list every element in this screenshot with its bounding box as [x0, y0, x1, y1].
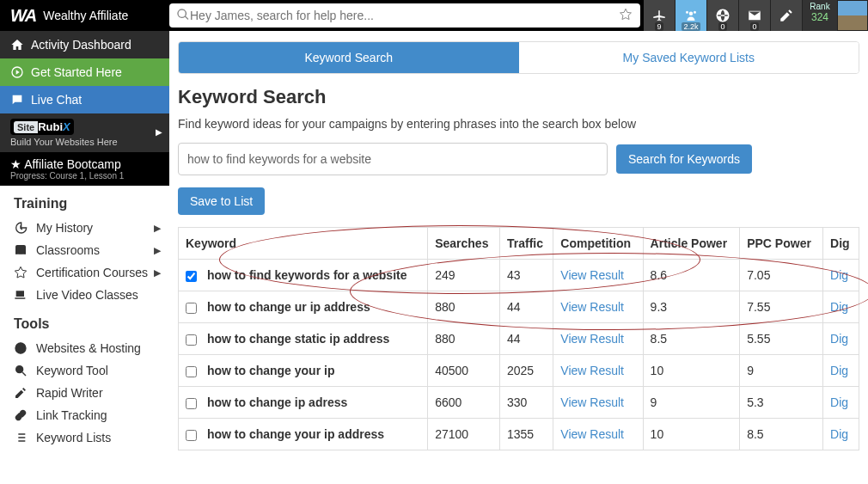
sidebar-item-live-chat[interactable]: Live Chat — [0, 86, 169, 113]
page-title: Keyword Search — [178, 86, 859, 108]
searches-cell: 40500 — [428, 355, 500, 387]
sidebar-item-label: Keyword Tool — [36, 364, 108, 377]
dig-link[interactable]: Dig — [830, 395, 848, 409]
searches-cell: 880 — [428, 323, 500, 355]
keyword-cell: how to find keywords for a website — [207, 268, 407, 282]
view-result-link[interactable]: View Result — [560, 364, 624, 377]
tab-keyword-search[interactable]: Keyword Search — [179, 42, 519, 73]
searches-cell: 27100 — [428, 419, 500, 450]
sidebar-item-label: My History — [36, 221, 93, 235]
keyword-cell: how to change your ip — [207, 364, 335, 377]
sidebar-item-label: Keyword Lists — [36, 431, 111, 444]
sidebar-link-my-history[interactable]: My History▶ — [0, 217, 169, 239]
article-power-cell: 10 — [643, 355, 740, 387]
siterubix-subtitle: Build Your Websites Here — [10, 137, 159, 147]
pen-icon[interactable] — [771, 0, 803, 31]
table-row: how to change ip adress6600330View Resul… — [179, 387, 859, 419]
view-result-link[interactable]: View Result — [560, 395, 624, 409]
sidebar-item-label: Classrooms — [36, 243, 100, 257]
col-traffic: Traffic — [499, 228, 553, 260]
brand-name: Wealthy Affiliate — [43, 9, 128, 22]
sidebar-link-keyword-lists[interactable]: Keyword Lists — [0, 426, 169, 449]
airplane-badge: 9 — [655, 22, 663, 31]
tabs: Keyword Search My Saved Keyword Lists — [178, 41, 859, 74]
sidebar-link-rapid-writer[interactable]: Rapid Writer — [0, 382, 169, 404]
sidebar-link-classrooms[interactable]: Classrooms▶ — [0, 239, 169, 261]
logo-mark: WA — [10, 6, 36, 26]
menu-icon — [14, 431, 28, 444]
dig-link[interactable]: Dig — [830, 300, 848, 314]
sidebar-item-label: Get Started Here — [31, 65, 122, 79]
avatar[interactable] — [837, 0, 868, 31]
chevron-right-icon: ▶ — [154, 245, 161, 256]
search-keywords-button[interactable]: Search for Keywords — [616, 144, 752, 174]
row-checkbox[interactable] — [186, 303, 197, 314]
keyword-cell: how to change ur ip address — [207, 300, 370, 314]
col-competition: Competition — [553, 228, 643, 260]
globe-icon[interactable]: 0 — [707, 0, 739, 31]
view-result-link[interactable]: View Result — [560, 300, 624, 314]
sidebar-item-siterubix[interactable]: SiteRubiX Build Your Websites Here ▶ — [0, 113, 169, 152]
global-search-input[interactable] — [190, 9, 618, 22]
table-row: how to find keywords for a website24943V… — [179, 260, 859, 291]
col-keyword: Keyword — [179, 228, 428, 260]
tab-saved-lists[interactable]: My Saved Keyword Lists — [519, 42, 859, 73]
row-checkbox[interactable] — [186, 334, 197, 346]
star-icon[interactable] — [618, 7, 633, 25]
sidebar: Activity Dashboard Get Started Here Live… — [0, 31, 169, 468]
traffic-cell: 1355 — [499, 419, 553, 450]
col-ppc-power: PPC Power — [740, 228, 823, 260]
view-result-link[interactable]: View Result — [560, 332, 624, 346]
sidebar-link-websites-hosting[interactable]: Websites & Hosting — [0, 337, 169, 359]
article-power-cell: 9 — [643, 387, 740, 419]
table-row: how to change your ip address271001355Vi… — [179, 419, 859, 450]
network-badge: 2.2k — [682, 22, 700, 31]
chevron-right-icon: ▶ — [154, 267, 161, 279]
view-result-link[interactable]: View Result — [560, 427, 624, 441]
row-checkbox[interactable] — [186, 398, 197, 409]
rank-box[interactable]: Rank 324 — [803, 0, 837, 31]
mail-icon[interactable]: 0 — [739, 0, 771, 31]
keyword-input[interactable] — [178, 143, 608, 175]
dig-link[interactable]: Dig — [830, 364, 848, 377]
sidebar-link-live-video-classes[interactable]: Live Video Classes — [0, 284, 169, 306]
top-icons: 9 2.2k 0 0 Rank 324 — [644, 0, 868, 31]
ppc-power-cell: 5.55 — [740, 323, 823, 355]
sidebar-link-certification-courses[interactable]: Certification Courses▶ — [0, 261, 169, 284]
article-power-cell: 8.6 — [643, 260, 740, 291]
searches-cell: 249 — [428, 260, 500, 291]
logo[interactable]: WA Wealthy Affiliate — [10, 6, 169, 26]
col-article-power: Article Power — [643, 228, 740, 260]
sidebar-item-label: Affiliate Bootcamp — [24, 157, 121, 171]
col-searches: Searches — [428, 228, 500, 260]
view-result-link[interactable]: View Result — [560, 268, 624, 282]
airplane-icon[interactable]: 9 — [644, 0, 675, 31]
save-to-list-button[interactable]: Save to List — [178, 187, 265, 215]
menu-icon — [14, 341, 28, 355]
content: Keyword Search My Saved Keyword Lists Ke… — [169, 31, 868, 468]
dig-link[interactable]: Dig — [830, 332, 848, 346]
traffic-cell: 44 — [499, 323, 553, 355]
sidebar-item-dashboard[interactable]: Activity Dashboard — [0, 31, 169, 58]
sidebar-link-link-tracking[interactable]: Link Tracking — [0, 404, 169, 426]
svg-point-2 — [16, 366, 23, 373]
dig-link[interactable]: Dig — [830, 427, 848, 441]
global-search[interactable] — [169, 3, 640, 28]
network-icon[interactable]: 2.2k — [675, 0, 707, 31]
row-checkbox[interactable] — [186, 366, 197, 377]
row-checkbox[interactable] — [186, 430, 197, 441]
dig-link[interactable]: Dig — [830, 268, 848, 282]
sidebar-item-label: Live Chat — [31, 93, 82, 107]
ppc-power-cell: 7.55 — [740, 291, 823, 323]
sidebar-item-bootcamp[interactable]: ★ Affiliate Bootcamp Progress: Course 1,… — [0, 152, 169, 186]
page-lead: Find keyword ideas for your campaigns by… — [178, 117, 859, 131]
results-wrap: KeywordSearchesTrafficCompetitionArticle… — [178, 227, 859, 450]
article-power-cell: 9.3 — [643, 291, 740, 323]
section-training: Training — [0, 186, 169, 217]
siterubix-logo: SiteRubiX — [10, 119, 74, 135]
sidebar-item-label: Websites & Hosting — [36, 341, 141, 355]
sidebar-item-get-started[interactable]: Get Started Here — [0, 58, 169, 86]
sidebar-link-keyword-tool[interactable]: Keyword Tool — [0, 359, 169, 382]
traffic-cell: 44 — [499, 291, 553, 323]
row-checkbox[interactable] — [186, 271, 197, 282]
